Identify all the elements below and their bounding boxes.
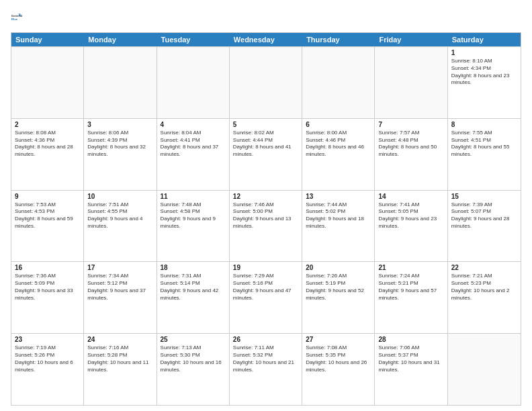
col-header-friday: Friday [375,33,447,46]
day-info: Sunrise: 7:51 AM Sunset: 4:55 PM Dayligh… [87,201,152,230]
day-info: Sunrise: 7:24 AM Sunset: 5:21 PM Dayligh… [378,273,443,302]
day-cell-empty [230,47,302,118]
day-number: 12 [233,193,298,200]
day-number: 1 [451,49,517,56]
day-cell-6: 6Sunrise: 8:00 AM Sunset: 4:46 PM Daylig… [302,119,375,190]
day-number: 24 [87,336,152,343]
day-info: Sunrise: 7:57 AM Sunset: 4:48 PM Dayligh… [378,130,443,158]
day-number: 27 [306,336,371,343]
day-number: 4 [161,121,226,128]
day-number: 7 [378,121,443,128]
col-header-tuesday: Tuesday [157,33,230,46]
day-info: Sunrise: 7:11 AM Sunset: 5:32 PM Dayligh… [233,345,298,373]
day-info: Sunrise: 7:34 AM Sunset: 5:12 PM Dayligh… [87,273,152,302]
day-cell-20: 20Sunrise: 7:26 AM Sunset: 5:19 PM Dayli… [302,262,375,333]
day-number: 9 [15,193,80,200]
day-info: Sunrise: 8:10 AM Sunset: 4:34 PM Dayligh… [451,58,517,87]
weeks-container: 1Sunrise: 8:10 AM Sunset: 4:34 PM Daylig… [11,46,521,405]
day-number: 3 [87,121,152,128]
day-cell-7: 7Sunrise: 7:57 AM Sunset: 4:48 PM Daylig… [375,119,447,190]
day-number: 16 [15,264,80,271]
column-headers: SundayMondayTuesdayWednesdayThursdayFrid… [11,33,521,46]
day-number: 18 [161,264,226,271]
day-cell-9: 9Sunrise: 7:53 AM Sunset: 4:53 PM Daylig… [11,191,84,262]
header: General Blue [11,8,521,27]
day-number: 22 [451,264,517,271]
day-cell-11: 11Sunrise: 7:48 AM Sunset: 4:58 PM Dayli… [157,191,230,262]
day-info: Sunrise: 8:08 AM Sunset: 4:36 PM Dayligh… [15,130,80,158]
day-cell-2: 2Sunrise: 8:08 AM Sunset: 4:36 PM Daylig… [11,119,84,190]
day-number: 15 [451,193,517,200]
day-cell-27: 27Sunrise: 7:08 AM Sunset: 5:35 PM Dayli… [302,334,375,405]
day-info: Sunrise: 8:02 AM Sunset: 4:44 PM Dayligh… [233,130,298,158]
day-info: Sunrise: 7:48 AM Sunset: 4:58 PM Dayligh… [161,201,226,230]
col-header-thursday: Thursday [302,33,375,46]
day-number: 26 [233,336,298,343]
day-info: Sunrise: 7:39 AM Sunset: 5:07 PM Dayligh… [451,201,517,230]
day-info: Sunrise: 7:06 AM Sunset: 5:37 PM Dayligh… [378,345,443,373]
col-header-saturday: Saturday [448,33,521,46]
svg-text:Blue: Blue [11,17,18,21]
day-cell-4: 4Sunrise: 8:04 AM Sunset: 4:41 PM Daylig… [157,119,230,190]
day-info: Sunrise: 7:31 AM Sunset: 5:14 PM Dayligh… [161,273,226,302]
day-number: 14 [378,193,443,200]
day-cell-5: 5Sunrise: 8:02 AM Sunset: 4:44 PM Daylig… [230,119,302,190]
day-info: Sunrise: 7:29 AM Sunset: 5:16 PM Dayligh… [233,273,298,302]
day-info: Sunrise: 7:13 AM Sunset: 5:30 PM Dayligh… [161,345,226,373]
day-cell-10: 10Sunrise: 7:51 AM Sunset: 4:55 PM Dayli… [84,191,157,262]
day-number: 8 [451,121,517,128]
day-info: Sunrise: 8:00 AM Sunset: 4:46 PM Dayligh… [306,130,371,158]
day-cell-13: 13Sunrise: 7:44 AM Sunset: 5:02 PM Dayli… [302,191,375,262]
week-row-4: 16Sunrise: 7:36 AM Sunset: 5:09 PM Dayli… [11,261,521,333]
day-cell-empty [375,47,447,118]
svg-text:General: General [11,14,22,17]
col-header-monday: Monday [84,33,157,46]
day-number: 5 [233,121,298,128]
day-number: 23 [15,336,80,343]
logo-icon: General Blue [11,8,30,27]
day-cell-15: 15Sunrise: 7:39 AM Sunset: 5:07 PM Dayli… [448,191,521,262]
day-cell-8: 8Sunrise: 7:55 AM Sunset: 4:51 PM Daylig… [448,119,521,190]
day-cell-16: 16Sunrise: 7:36 AM Sunset: 5:09 PM Dayli… [11,262,84,333]
week-row-2: 2Sunrise: 8:08 AM Sunset: 4:36 PM Daylig… [11,118,521,190]
day-info: Sunrise: 7:44 AM Sunset: 5:02 PM Dayligh… [306,201,371,230]
day-cell-25: 25Sunrise: 7:13 AM Sunset: 5:30 PM Dayli… [157,334,230,405]
day-cell-24: 24Sunrise: 7:16 AM Sunset: 5:28 PM Dayli… [84,334,157,405]
day-cell-28: 28Sunrise: 7:06 AM Sunset: 5:37 PM Dayli… [375,334,447,405]
day-info: Sunrise: 7:36 AM Sunset: 5:09 PM Dayligh… [15,273,80,302]
day-cell-21: 21Sunrise: 7:24 AM Sunset: 5:21 PM Dayli… [375,262,447,333]
day-cell-26: 26Sunrise: 7:11 AM Sunset: 5:32 PM Dayli… [230,334,302,405]
day-cell-1: 1Sunrise: 8:10 AM Sunset: 4:34 PM Daylig… [448,47,521,118]
calendar: SundayMondayTuesdayWednesdayThursdayFrid… [11,32,521,406]
day-info: Sunrise: 8:06 AM Sunset: 4:39 PM Dayligh… [87,130,152,158]
day-number: 6 [306,121,371,128]
day-cell-empty [11,47,84,118]
week-row-3: 9Sunrise: 7:53 AM Sunset: 4:53 PM Daylig… [11,190,521,262]
week-row-1: 1Sunrise: 8:10 AM Sunset: 4:34 PM Daylig… [11,46,521,118]
col-header-sunday: Sunday [11,33,84,46]
col-header-wednesday: Wednesday [230,33,302,46]
day-cell-22: 22Sunrise: 7:21 AM Sunset: 5:23 PM Dayli… [448,262,521,333]
day-number: 2 [15,121,80,128]
logo: General Blue [11,8,32,27]
day-info: Sunrise: 7:41 AM Sunset: 5:05 PM Dayligh… [378,201,443,230]
day-info: Sunrise: 7:16 AM Sunset: 5:28 PM Dayligh… [87,345,152,373]
day-number: 21 [378,264,443,271]
day-info: Sunrise: 7:26 AM Sunset: 5:19 PM Dayligh… [306,273,371,302]
day-cell-19: 19Sunrise: 7:29 AM Sunset: 5:16 PM Dayli… [230,262,302,333]
day-cell-17: 17Sunrise: 7:34 AM Sunset: 5:12 PM Dayli… [84,262,157,333]
day-info: Sunrise: 8:04 AM Sunset: 4:41 PM Dayligh… [161,130,226,158]
day-cell-23: 23Sunrise: 7:19 AM Sunset: 5:26 PM Dayli… [11,334,84,405]
day-info: Sunrise: 7:08 AM Sunset: 5:35 PM Dayligh… [306,345,371,373]
day-cell-empty [448,334,521,405]
day-cell-14: 14Sunrise: 7:41 AM Sunset: 5:05 PM Dayli… [375,191,447,262]
day-number: 13 [306,193,371,200]
day-info: Sunrise: 7:53 AM Sunset: 4:53 PM Dayligh… [15,201,80,230]
day-info: Sunrise: 7:21 AM Sunset: 5:23 PM Dayligh… [451,273,517,302]
day-cell-18: 18Sunrise: 7:31 AM Sunset: 5:14 PM Dayli… [157,262,230,333]
day-cell-empty [302,47,375,118]
day-cell-3: 3Sunrise: 8:06 AM Sunset: 4:39 PM Daylig… [84,119,157,190]
day-info: Sunrise: 7:19 AM Sunset: 5:26 PM Dayligh… [15,345,80,373]
day-number: 11 [161,193,226,200]
day-number: 28 [378,336,443,343]
